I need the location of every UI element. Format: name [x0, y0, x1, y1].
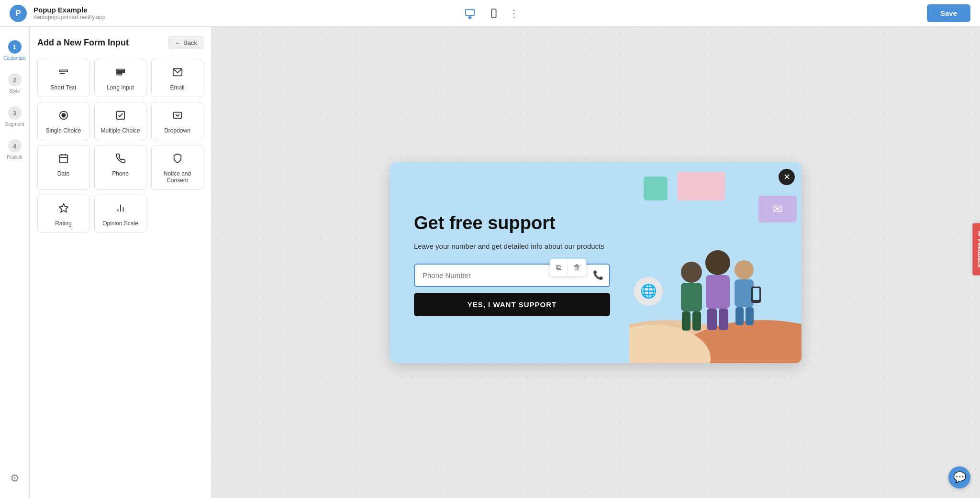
main-layout: 1 Customize 2 Style 3 Segment 4 Publish …	[0, 27, 980, 498]
step-1-label: Customize	[3, 55, 26, 61]
feedback-label: Feedback	[977, 239, 980, 267]
svg-rect-7	[116, 69, 124, 71]
opinion-scale-icon	[115, 203, 126, 216]
step-style[interactable]: 2 Style	[6, 69, 23, 98]
copy-field-button[interactable]: ⧉	[550, 259, 568, 276]
form-panel-title: Add a New Form Input	[37, 38, 129, 48]
svg-rect-39	[753, 288, 759, 300]
desktop-view-button[interactable]	[461, 5, 479, 22]
popup-left: Get free support Leave your number and g…	[390, 162, 629, 363]
svg-rect-35	[735, 279, 754, 307]
step-3-label: Segment	[5, 122, 24, 127]
svg-point-34	[735, 260, 754, 279]
submit-button[interactable]: YES, I WANT SUPPORT	[414, 293, 610, 316]
step-customize[interactable]: 1 Customize	[1, 36, 28, 65]
feedback-tab[interactable]: ✉ Feedback	[973, 223, 980, 275]
svg-rect-14	[173, 112, 181, 119]
svg-rect-15	[59, 155, 67, 163]
email-label: Email	[170, 84, 184, 91]
input-type-long-input[interactable]: Long Input	[94, 59, 146, 97]
field-actions: ⧉ 🗑	[550, 259, 586, 276]
svg-rect-29	[692, 311, 701, 331]
preview-area: ✕ Get free support Leave your number and…	[212, 27, 980, 498]
more-options-button[interactable]: ⋮	[509, 8, 519, 19]
step-2-circle: 2	[8, 73, 22, 87]
dropdown-label: Dropdown	[164, 127, 190, 134]
svg-rect-32	[707, 309, 717, 330]
step-publish[interactable]: 4 Publish	[5, 135, 24, 164]
svg-point-12	[62, 113, 65, 117]
popup-close-button[interactable]: ✕	[779, 169, 795, 185]
notice-consent-icon	[172, 153, 183, 166]
multiple-choice-icon	[115, 110, 126, 123]
input-type-opinion-scale[interactable]: Opinion Scale	[94, 195, 146, 233]
short-text-label: Short Text	[51, 84, 77, 91]
step-4-label: Publish	[7, 155, 22, 160]
phone-field-wrapper: ⧉ 🗑 📞	[414, 264, 610, 287]
dropdown-icon	[172, 110, 183, 123]
people-illustration	[629, 162, 802, 363]
svg-rect-37	[746, 307, 754, 325]
svg-rect-27	[681, 283, 702, 311]
svg-point-26	[681, 262, 702, 283]
mobile-view-button[interactable]	[485, 5, 502, 22]
notice-consent-label: Notice and Consent	[156, 170, 199, 184]
email-icon	[172, 67, 183, 80]
svg-rect-9	[116, 74, 122, 75]
input-type-date[interactable]: Date	[37, 145, 89, 190]
popup-right: ✉ 🌐	[629, 162, 802, 363]
back-label: Back	[183, 39, 197, 46]
date-label: Date	[57, 170, 69, 177]
input-type-phone[interactable]: Phone	[94, 145, 146, 190]
steps-sidebar: 1 Customize 2 Style 3 Segment 4 Publish …	[0, 27, 30, 498]
input-type-notice-consent[interactable]: Notice and Consent	[151, 145, 203, 190]
settings-button[interactable]: ⚙	[6, 468, 23, 488]
svg-rect-28	[682, 311, 690, 331]
input-type-multiple-choice[interactable]: Multiple Choice	[94, 102, 146, 140]
step-3-circle: 3	[8, 106, 22, 120]
svg-rect-5	[59, 70, 67, 72]
phone-label: Phone	[112, 170, 129, 177]
copy-icon: ⧉	[556, 263, 561, 272]
step-2-label: Style	[9, 89, 20, 94]
form-panel: Add a New Form Input ← Back Short Text L…	[30, 27, 212, 498]
input-type-single-choice[interactable]: Single Choice	[37, 102, 89, 140]
popup-container: ✕ Get free support Leave your number and…	[390, 162, 802, 363]
long-input-label: Long Input	[107, 84, 134, 91]
svg-rect-36	[735, 307, 744, 325]
save-button[interactable]: Save	[927, 4, 970, 22]
svg-rect-0	[466, 9, 474, 15]
popup-heading: Get free support	[414, 213, 610, 233]
svg-rect-8	[116, 71, 124, 73]
svg-rect-3	[491, 9, 496, 17]
date-icon	[58, 153, 69, 166]
input-type-dropdown[interactable]: Dropdown	[151, 102, 203, 140]
input-type-email[interactable]: Email	[151, 59, 203, 97]
opinion-scale-label: Opinion Scale	[102, 220, 138, 227]
long-input-icon	[115, 67, 126, 80]
sidebar-bottom: ⚙	[6, 468, 23, 498]
save-area: Save	[927, 4, 970, 22]
feedback-icon: ✉	[977, 231, 980, 236]
svg-marker-19	[59, 204, 67, 212]
back-arrow-icon: ←	[175, 39, 181, 46]
input-type-short-text[interactable]: Short Text	[37, 59, 89, 97]
delete-field-button[interactable]: 🗑	[568, 259, 586, 276]
step-segment[interactable]: 3 Segment	[3, 102, 26, 131]
logo: P	[10, 5, 27, 22]
input-type-rating[interactable]: Rating	[37, 195, 89, 233]
chat-bubble-button[interactable]: 💬	[948, 466, 970, 488]
rating-label: Rating	[55, 220, 72, 227]
topbar: P Popup Example demopopupsmart.netlify.a…	[0, 0, 980, 27]
single-choice-label: Single Choice	[45, 127, 81, 134]
trash-icon: 🗑	[573, 263, 581, 272]
chat-bubble-icon: 💬	[953, 471, 966, 484]
step-4-circle: 4	[8, 139, 22, 153]
phone-icon	[115, 153, 126, 166]
phone-input-icon: 📞	[593, 270, 603, 280]
popup-subtext: Leave your number and get detailed info …	[414, 241, 610, 252]
short-text-icon	[58, 67, 69, 80]
step-1-circle: 1	[8, 40, 22, 54]
device-switcher: ⋮	[461, 5, 519, 22]
back-button[interactable]: ← Back	[168, 36, 203, 49]
